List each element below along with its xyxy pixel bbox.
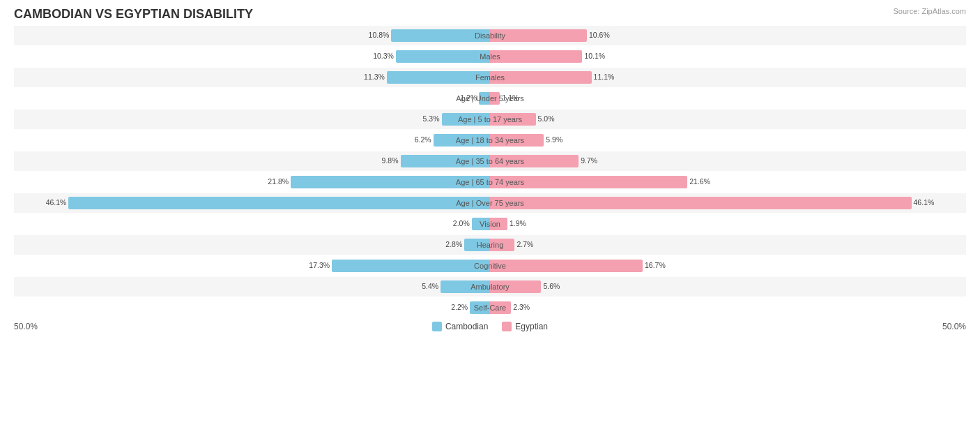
left-value: 21.8%: [268, 177, 291, 186]
chart-row: Self-Care2.2%2.3%: [14, 298, 966, 317]
chart-footer: 50.0% Cambodian Egyptian 50.0%: [14, 322, 966, 331]
chart-row: Age | 35 to 64 years9.8%9.7%: [14, 151, 966, 171]
row-label: Vision: [480, 220, 500, 228]
left-value: 2.0%: [453, 219, 472, 227]
right-bar: [490, 260, 643, 272]
right-value: 5.6%: [541, 282, 560, 290]
row-label: Ambulatory: [470, 283, 510, 291]
right-value: 5.0%: [536, 114, 555, 123]
right-value: 46.1%: [912, 198, 935, 207]
left-value: 10.3%: [373, 52, 396, 60]
chart-row: Females11.3%11.1%: [14, 68, 966, 87]
axis-right: 50.0%: [942, 322, 966, 331]
left-value: 6.2%: [415, 135, 434, 144]
right-value: 10.6%: [587, 31, 610, 39]
left-value: 9.8%: [382, 156, 401, 165]
chart-row: Ambulatory5.4%5.6%: [14, 277, 966, 297]
legend-egyptian-label: Egyptian: [515, 322, 548, 331]
chart-row: Age | 65 to 74 years21.8%21.6%: [14, 172, 966, 192]
right-bar: [490, 197, 912, 209]
right-value: 2.3%: [511, 303, 530, 311]
right-value: 9.7%: [579, 156, 597, 165]
axis-left: 50.0%: [14, 322, 38, 331]
row-label: Age | 65 to 74 years: [456, 178, 524, 186]
right-bar: [490, 50, 582, 63]
left-value: 11.3%: [364, 73, 387, 81]
legend-cambodian: Cambodian: [432, 322, 488, 331]
chart-row: Cognitive17.3%16.7%: [14, 256, 966, 276]
left-value: 5.3%: [423, 114, 442, 123]
left-bar: [332, 260, 490, 272]
legend-cambodian-label: Cambodian: [445, 322, 488, 331]
right-value: 5.9%: [544, 135, 562, 144]
left-bar: [68, 197, 490, 209]
legend: Cambodian Egyptian: [432, 322, 548, 331]
row-label: Males: [480, 52, 500, 61]
chart-row: Vision2.0%1.9%: [14, 214, 966, 234]
left-value: 46.1%: [46, 198, 69, 207]
source-label: Source: ZipAtlas.com: [893, 7, 966, 15]
legend-egyptian: Egyptian: [502, 322, 548, 331]
row-label: Age | 35 to 64 years: [456, 157, 524, 165]
chart-row: Age | 18 to 34 years6.2%5.9%: [14, 130, 966, 150]
row-label: Age | 18 to 34 years: [456, 136, 524, 144]
left-value: 2.8%: [445, 240, 464, 248]
right-value: 1.9%: [507, 219, 526, 227]
right-value: 11.1%: [592, 73, 615, 81]
chart-row: Age | Under 5 years1.2%1.1%: [14, 89, 966, 108]
right-value: 10.1%: [582, 52, 605, 60]
left-value: 5.4%: [422, 282, 441, 290]
right-value: 21.6%: [687, 177, 710, 186]
chart-row: Age | Over 75 years46.1%46.1%: [14, 193, 966, 213]
row-label: Self-Care: [474, 304, 506, 312]
row-label: Age | Over 75 years: [456, 199, 524, 207]
right-bar: [490, 71, 592, 84]
legend-cambodian-box: [432, 322, 442, 331]
chart-row: Hearing2.8%2.7%: [14, 235, 966, 255]
left-bar: [396, 50, 490, 63]
chart-row: Males10.3%10.1%: [14, 47, 966, 66]
row-label: Age | Under 5 years: [456, 94, 524, 103]
right-value: 2.7%: [514, 240, 533, 248]
chart-title: CAMBODIAN VS EGYPTIAN DISABILITY: [14, 7, 966, 22]
row-label: Disability: [475, 31, 505, 40]
row-label: Hearing: [477, 241, 504, 249]
chart-row: Age | 5 to 17 years5.3%5.0%: [14, 110, 966, 129]
row-label: Females: [475, 73, 505, 82]
row-label: Age | 5 to 17 years: [458, 115, 522, 123]
legend-egyptian-box: [502, 322, 512, 331]
left-value: 2.2%: [451, 303, 470, 311]
row-label: Cognitive: [474, 262, 506, 270]
chart-area: Disability10.8%10.6%Males10.3%10.1%Femal…: [14, 26, 966, 317]
left-value: 17.3%: [309, 261, 332, 269]
right-value: 16.7%: [643, 261, 666, 269]
left-value: 10.8%: [369, 31, 392, 39]
chart-container: CAMBODIAN VS EGYPTIAN DISABILITY Source:…: [0, 0, 980, 427]
chart-row: Disability10.8%10.6%: [14, 26, 966, 45]
left-bar: [387, 71, 490, 84]
